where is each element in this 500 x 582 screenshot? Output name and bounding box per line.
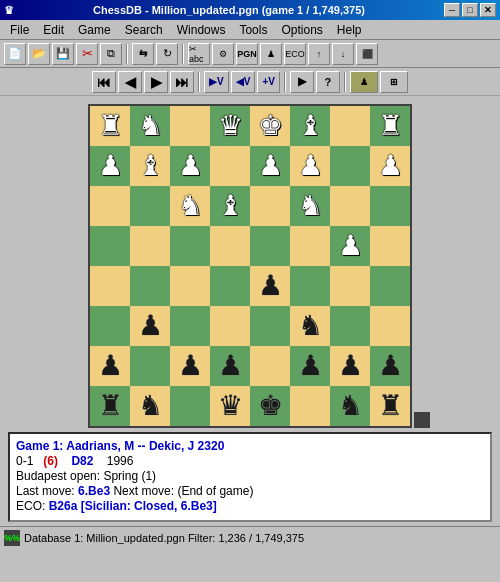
- square-f8[interactable]: ♝: [290, 106, 330, 146]
- square-g6[interactable]: [330, 186, 370, 226]
- square-d3[interactable]: [210, 306, 250, 346]
- square-c5[interactable]: [170, 226, 210, 266]
- square-b5[interactable]: [130, 226, 170, 266]
- square-e4[interactable]: ♟: [250, 266, 290, 306]
- square-d5[interactable]: [210, 226, 250, 266]
- square-f1[interactable]: [290, 386, 330, 426]
- square-f6[interactable]: ♞: [290, 186, 330, 226]
- square-d7[interactable]: [210, 146, 250, 186]
- maximize-button[interactable]: □: [462, 3, 478, 17]
- toolbar-b7[interactable]: ↓: [332, 43, 354, 65]
- toolbar-open[interactable]: 📂: [28, 43, 50, 65]
- square-a7[interactable]: ♟: [90, 146, 130, 186]
- square-d6[interactable]: ♝: [210, 186, 250, 226]
- square-b2[interactable]: [130, 346, 170, 386]
- square-e8[interactable]: ♚: [250, 106, 290, 146]
- square-a4[interactable]: [90, 266, 130, 306]
- square-e5[interactable]: [250, 226, 290, 266]
- square-g1[interactable]: ♞: [330, 386, 370, 426]
- toolbar-b6[interactable]: ↑: [308, 43, 330, 65]
- square-e3[interactable]: [250, 306, 290, 346]
- square-b7[interactable]: ♝: [130, 146, 170, 186]
- square-a2[interactable]: ♟: [90, 346, 130, 386]
- nav-thumbnail1[interactable]: ♟: [350, 71, 378, 93]
- toolbar-flip[interactable]: ⇆: [132, 43, 154, 65]
- nav-play-back[interactable]: ▶V: [204, 71, 229, 93]
- square-f4[interactable]: [290, 266, 330, 306]
- square-e1[interactable]: ♚: [250, 386, 290, 426]
- square-b6[interactable]: [130, 186, 170, 226]
- minimize-button[interactable]: ─: [444, 3, 460, 17]
- nav-comment[interactable]: ?: [316, 71, 340, 93]
- square-f2[interactable]: ♟: [290, 346, 330, 386]
- square-a1[interactable]: ♜: [90, 386, 130, 426]
- square-a3[interactable]: [90, 306, 130, 346]
- nav-play-fast[interactable]: +V: [257, 71, 280, 93]
- square-c3[interactable]: [170, 306, 210, 346]
- nav-play-fwd[interactable]: ◀V: [231, 71, 256, 93]
- square-f7[interactable]: ♟: [290, 146, 330, 186]
- menu-help[interactable]: Help: [331, 21, 368, 39]
- square-a8[interactable]: ♜: [90, 106, 130, 146]
- square-b8[interactable]: ♞: [130, 106, 170, 146]
- square-b4[interactable]: [130, 266, 170, 306]
- nav-prev[interactable]: ◀: [118, 71, 142, 93]
- square-f3[interactable]: ♞: [290, 306, 330, 346]
- square-a6[interactable]: [90, 186, 130, 226]
- square-f5[interactable]: [290, 226, 330, 266]
- square-c1[interactable]: [170, 386, 210, 426]
- square-g4[interactable]: [330, 266, 370, 306]
- toolbar-b1[interactable]: ✂abc: [188, 43, 210, 65]
- toolbar-cut[interactable]: ✂: [76, 43, 98, 65]
- square-h4[interactable]: [370, 266, 410, 306]
- square-g5[interactable]: ♟: [330, 226, 370, 266]
- toolbar-new[interactable]: 📄: [4, 43, 26, 65]
- nav-last[interactable]: ⏭: [170, 71, 194, 93]
- square-h5[interactable]: [370, 226, 410, 266]
- square-c7[interactable]: ♟: [170, 146, 210, 186]
- nav-go-move[interactable]: ▶: [290, 71, 314, 93]
- toolbar-copy[interactable]: ⧉: [100, 43, 122, 65]
- square-h2[interactable]: ♟: [370, 346, 410, 386]
- square-b3[interactable]: ♟: [130, 306, 170, 346]
- menu-file[interactable]: File: [4, 21, 35, 39]
- square-g7[interactable]: [330, 146, 370, 186]
- toolbar-b5[interactable]: ECO: [284, 43, 306, 65]
- square-c6[interactable]: ♞: [170, 186, 210, 226]
- chess-board[interactable]: ♜♞♛♚♝♜♟♝♟♟♟♟♞♝♞♟♟♟♞♟♟♟♟♟♟♜♞♛♚♞♜: [88, 104, 412, 428]
- square-g8[interactable]: [330, 106, 370, 146]
- menu-edit[interactable]: Edit: [37, 21, 70, 39]
- toolbar-save[interactable]: 💾: [52, 43, 74, 65]
- square-c4[interactable]: [170, 266, 210, 306]
- square-h6[interactable]: [370, 186, 410, 226]
- menu-search[interactable]: Search: [119, 21, 169, 39]
- square-c2[interactable]: ♟: [170, 346, 210, 386]
- nav-first[interactable]: ⏮: [92, 71, 116, 93]
- square-b1[interactable]: ♞: [130, 386, 170, 426]
- square-h7[interactable]: ♟: [370, 146, 410, 186]
- toolbar-b3[interactable]: PGN: [236, 43, 258, 65]
- menu-windows[interactable]: Windows: [171, 21, 232, 39]
- square-h3[interactable]: [370, 306, 410, 346]
- square-e2[interactable]: [250, 346, 290, 386]
- nav-thumbnail2[interactable]: ⊞: [380, 71, 408, 93]
- square-e6[interactable]: [250, 186, 290, 226]
- square-d1[interactable]: ♛: [210, 386, 250, 426]
- menu-options[interactable]: Options: [275, 21, 328, 39]
- square-e7[interactable]: ♟: [250, 146, 290, 186]
- close-button[interactable]: ✕: [480, 3, 496, 17]
- toolbar-b2[interactable]: ⚙: [212, 43, 234, 65]
- square-g2[interactable]: ♟: [330, 346, 370, 386]
- square-c8[interactable]: [170, 106, 210, 146]
- toolbar-b8[interactable]: ⬛: [356, 43, 378, 65]
- toolbar-rotate[interactable]: ↻: [156, 43, 178, 65]
- menu-tools[interactable]: Tools: [233, 21, 273, 39]
- square-d2[interactable]: ♟: [210, 346, 250, 386]
- square-a5[interactable]: [90, 226, 130, 266]
- menu-game[interactable]: Game: [72, 21, 117, 39]
- square-h1[interactable]: ♜: [370, 386, 410, 426]
- toolbar-b4[interactable]: ♟: [260, 43, 282, 65]
- nav-next[interactable]: ▶: [144, 71, 168, 93]
- square-g3[interactable]: [330, 306, 370, 346]
- square-h8[interactable]: ♜: [370, 106, 410, 146]
